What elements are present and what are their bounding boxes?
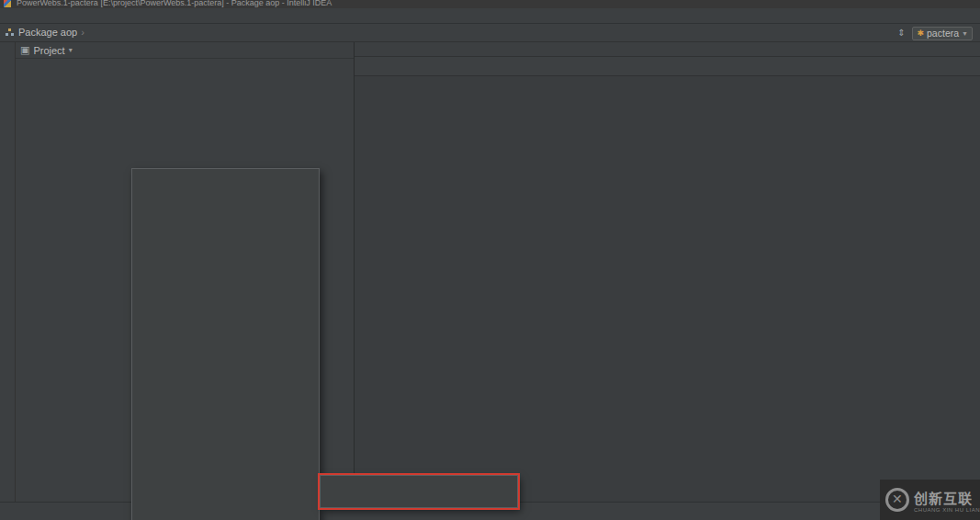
breadcrumb-chevron-icon: › <box>81 27 84 38</box>
watermark: 创新互联 CHUANG XIN HU LIAN <box>880 480 980 520</box>
diagram-toolbar <box>355 57 980 76</box>
run-configuration-name: pactera <box>927 28 959 39</box>
diagram-icon <box>6 28 15 37</box>
left-toolwindow-stripe <box>0 42 16 502</box>
project-toolwindow-header: ▣ Project ▾ <box>16 42 354 59</box>
run-configuration-select[interactable]: ✱ pactera ▼ <box>912 27 973 40</box>
project-pane-icon: ▣ <box>20 44 29 56</box>
navigation-bar: Package aop › ⇕ ✱ pactera ▼ <box>0 25 980 42</box>
watermark-title: 创新互联 <box>914 488 980 507</box>
context-menu <box>131 168 320 520</box>
diagram-edges <box>355 76 980 502</box>
main-menu-bar <box>0 8 980 24</box>
intellij-window: PowerWebs.1-pactera [E:\project\PowerWeb… <box>0 0 980 520</box>
project-pane-title[interactable]: Project <box>33 45 64 56</box>
breadcrumb[interactable]: Package aop › <box>6 27 84 38</box>
title-bar: PowerWebs.1-pactera [E:\project\PowerWeb… <box>0 0 980 8</box>
run-toolbar: ⇕ ✱ pactera ▼ <box>896 26 978 40</box>
window-title: PowerWebs.1-pactera [E:\project\PowerWeb… <box>17 0 332 7</box>
breadcrumb-label: Package aop <box>18 27 77 38</box>
app-logo-icon <box>4 0 11 7</box>
chevron-down-icon: ▼ <box>962 30 968 37</box>
tomcat-icon: ✱ <box>917 28 924 38</box>
editor-area <box>355 42 980 502</box>
collapse-windows-icon[interactable]: ⇕ <box>896 28 907 39</box>
watermark-subtitle: CHUANG XIN HU LIAN <box>914 507 980 513</box>
uml-diagram-canvas[interactable] <box>355 76 980 502</box>
watermark-logo-icon <box>885 488 909 512</box>
chevron-down-icon: ▾ <box>69 46 73 54</box>
diagrams-submenu <box>320 475 518 508</box>
editor-tab-bar <box>355 42 980 57</box>
